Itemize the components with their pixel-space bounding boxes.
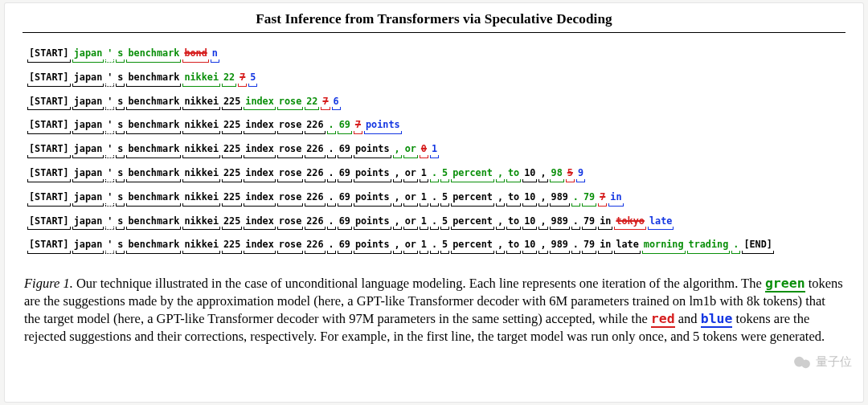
token: japan	[72, 169, 104, 182]
token: in	[598, 240, 612, 254]
token: nikkei	[182, 217, 220, 231]
token: '	[105, 49, 114, 63]
paper-title: Fast Inference from Transformers via Spe…	[23, 11, 845, 33]
token: s	[116, 145, 125, 158]
token: japan	[72, 121, 104, 134]
token: 9	[576, 169, 585, 182]
token: 5	[440, 193, 449, 207]
token: 1	[430, 145, 439, 158]
token: '	[105, 217, 114, 231]
token-row: [START]japan'sbenchmarknikkei225indexros…	[27, 121, 841, 134]
token: 225	[222, 240, 242, 254]
token: benchmark	[126, 169, 181, 182]
token: .	[571, 193, 580, 207]
token: 226	[305, 145, 325, 158]
token: nikkei	[182, 97, 220, 111]
token: [START]	[27, 193, 71, 207]
token: in	[598, 217, 612, 231]
token: 6	[332, 97, 341, 111]
token: ,	[496, 240, 505, 254]
token: nikkei	[182, 73, 220, 87]
token: japan	[72, 145, 104, 158]
token: 1	[420, 240, 428, 254]
token: s	[116, 193, 125, 207]
token: 69	[338, 217, 352, 231]
token: 1	[420, 217, 428, 231]
token: '	[105, 73, 114, 87]
token-row: [START]japan'sbenchmarknikkei225indexros…	[27, 240, 841, 254]
token: to	[506, 169, 521, 182]
token: s	[116, 121, 125, 134]
token: points	[354, 145, 391, 158]
watermark: 量子位	[793, 354, 852, 370]
token: or	[403, 169, 418, 182]
token: ,	[393, 169, 402, 182]
token: nikkei	[182, 145, 220, 158]
svg-point-0	[794, 356, 805, 366]
token: ,	[393, 145, 402, 158]
token: benchmark	[126, 145, 181, 158]
token: [END]	[742, 240, 774, 254]
token: to	[506, 217, 521, 231]
keyword-green: green	[765, 276, 805, 292]
token: s	[116, 73, 125, 87]
token: nikkei	[182, 169, 220, 182]
token: [START]	[27, 121, 71, 134]
token: 225	[222, 193, 242, 207]
token: 7	[238, 73, 247, 87]
token: s	[116, 240, 125, 254]
token: benchmark	[126, 73, 181, 87]
token: index	[244, 97, 276, 111]
token: benchmark	[126, 217, 181, 231]
token: ,	[538, 240, 547, 254]
token: to	[506, 193, 521, 207]
token: benchmark	[126, 97, 181, 111]
token: nikkei	[182, 193, 220, 207]
token: 7	[354, 121, 362, 134]
figure-caption: Figure 1. Our technique illustrated in t…	[23, 275, 845, 346]
token: percent	[451, 169, 494, 182]
token: '	[105, 121, 114, 134]
token: percent	[451, 193, 494, 207]
token: .	[327, 240, 336, 254]
token: [START]	[27, 145, 71, 158]
token: 225	[222, 145, 242, 158]
token: japan	[72, 193, 104, 207]
token-row: [START]japan'sbenchmarknikkei225indexros…	[27, 169, 841, 182]
token: rose	[277, 169, 303, 182]
token: index	[244, 169, 276, 182]
keyword-blue: blue	[701, 311, 733, 328]
token: .	[327, 121, 336, 134]
token: japan	[72, 73, 104, 87]
token: 69	[338, 145, 352, 158]
token: 1	[420, 193, 428, 207]
token: bond	[182, 49, 208, 63]
token: ,	[538, 193, 547, 207]
token: s	[116, 97, 125, 111]
token-row: [START]japan'sbenchmarknikkei225indexros…	[27, 97, 841, 111]
token: nikkei	[182, 121, 220, 134]
token: 10	[522, 217, 537, 231]
token: 226	[305, 169, 325, 182]
token: 10	[522, 169, 537, 182]
token: ,	[496, 193, 505, 207]
token: 7	[598, 193, 607, 207]
token: 79	[582, 217, 596, 231]
svg-point-1	[801, 359, 810, 368]
token: morning	[642, 240, 686, 254]
token-row: [START]japan'sbenchmarknikkei225indexros…	[27, 193, 841, 207]
token: index	[244, 193, 276, 207]
token: rose	[277, 240, 303, 254]
token: 79	[582, 240, 596, 254]
token: index	[244, 145, 276, 158]
token: 5	[440, 217, 449, 231]
token: '	[105, 169, 114, 182]
wechat-icon	[793, 355, 811, 370]
token: japan	[72, 217, 104, 231]
token: ,	[393, 240, 402, 254]
token: 5	[248, 73, 257, 87]
token: japan	[72, 240, 104, 254]
token: [START]	[27, 217, 71, 231]
token: late	[614, 240, 640, 254]
token: ,	[393, 217, 402, 231]
